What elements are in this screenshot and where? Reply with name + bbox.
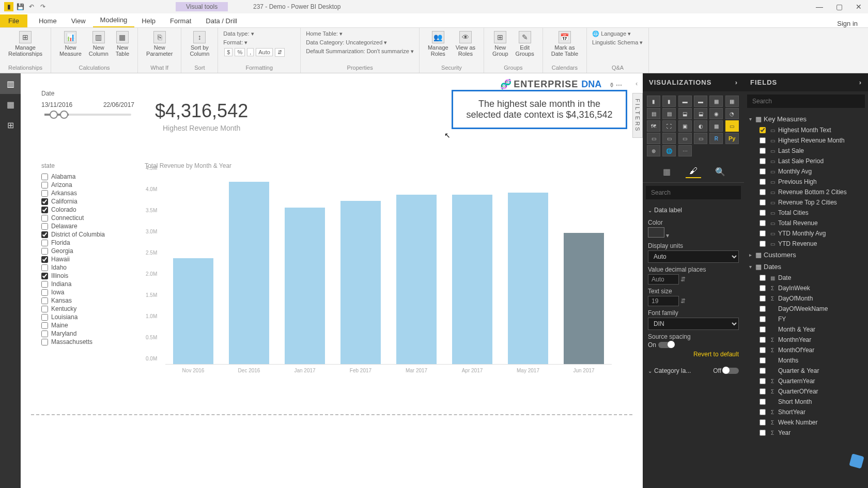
field-checkbox[interactable] <box>760 285 766 291</box>
state-item[interactable]: Illinois <box>41 272 134 280</box>
viz-type-icon[interactable]: ⛶ <box>662 120 676 132</box>
ribbon-button[interactable]: 👁View as Roles <box>453 30 478 58</box>
expand-icon[interactable]: › <box>735 78 738 86</box>
viz-type-icon[interactable]: 🌐 <box>662 145 676 156</box>
bar[interactable] <box>452 195 492 364</box>
field-item[interactable]: ▭Total Cities <box>744 208 868 218</box>
date-slicer[interactable]: Date 13/11/2016 22/06/2017 <box>41 90 134 121</box>
checkbox[interactable] <box>41 297 48 304</box>
viz-type-icon[interactable]: ▭ <box>647 133 660 144</box>
viz-type-icon[interactable]: ⬓ <box>678 108 692 119</box>
mark-date-table-button[interactable]: 📅Mark as Date Table <box>548 30 581 58</box>
field-checkbox[interactable] <box>760 378 766 384</box>
state-item[interactable]: Maine <box>41 321 134 329</box>
state-item[interactable]: Maryland <box>41 329 134 338</box>
slider-handle-to[interactable] <box>60 111 68 119</box>
undo-icon[interactable]: ↶ <box>27 2 36 11</box>
bar[interactable] <box>396 195 437 364</box>
field-checkbox[interactable] <box>760 326 766 333</box>
checkbox[interactable] <box>41 330 48 337</box>
summarization-dropdown[interactable]: Default Summarization: Don't summarize ▾ <box>306 48 414 55</box>
viz-type-icon[interactable]: ⋯ <box>678 145 692 156</box>
bar[interactable] <box>285 208 325 364</box>
field-table[interactable]: ▸ ▦ Customers <box>744 249 868 261</box>
viz-type-icon[interactable]: ▬ <box>694 96 707 107</box>
field-item[interactable]: ΣShortYear <box>744 407 868 417</box>
viz-type-icon[interactable]: ◉ <box>709 108 723 119</box>
state-item[interactable]: Colorado <box>41 206 134 214</box>
display-units-select[interactable]: Auto <box>648 250 739 263</box>
checkbox[interactable] <box>41 289 48 296</box>
report-page[interactable]: 🧬ENTERPRISE DNA ⚱ ⋯ Date 13/11/2016 22/0… <box>31 80 632 415</box>
field-checkbox[interactable] <box>760 137 766 144</box>
state-item[interactable]: Alabama <box>41 172 134 181</box>
menu-modeling[interactable]: Modeling <box>93 13 135 27</box>
field-checkbox[interactable] <box>760 347 766 353</box>
viz-type-icon[interactable]: ▣ <box>678 120 692 132</box>
field-item[interactable]: ΣQuarternYear <box>744 376 868 386</box>
state-item[interactable]: Arkansas <box>41 189 134 197</box>
checkbox[interactable] <box>41 281 48 288</box>
viz-type-icon[interactable]: ▦ <box>709 96 723 107</box>
field-checkbox[interactable] <box>760 306 766 312</box>
checkbox[interactable] <box>41 264 48 271</box>
field-checkbox[interactable] <box>760 409 766 415</box>
field-checkbox[interactable] <box>760 199 766 206</box>
field-item[interactable]: ▭Last Sale <box>744 146 868 156</box>
field-checkbox[interactable] <box>760 179 766 185</box>
field-checkbox[interactable] <box>760 241 766 247</box>
color-swatch[interactable] <box>648 227 664 238</box>
field-checkbox[interactable] <box>760 158 766 164</box>
viz-type-icon[interactable]: R <box>709 133 723 144</box>
field-item[interactable]: ▭Highest Month Text <box>744 125 868 135</box>
viz-type-icon[interactable]: ◐ <box>694 120 707 132</box>
redo-icon[interactable]: ↷ <box>38 2 48 11</box>
checkbox[interactable] <box>41 240 48 246</box>
field-item[interactable]: ▭Highest Revenue Month <box>744 135 868 146</box>
field-item[interactable]: ΣYear <box>744 428 868 438</box>
slider-handle-from[interactable] <box>50 111 58 119</box>
ribbon-button[interactable]: 👥Manage Roles <box>425 30 452 58</box>
ribbon-button[interactable]: ✎Edit Groups <box>513 30 537 58</box>
bar[interactable] <box>564 233 604 364</box>
field-item[interactable]: ΣMonthOfYear <box>744 345 868 355</box>
language-dropdown[interactable]: 🌐 Language ▾ <box>592 30 631 38</box>
analytics-tab-icon[interactable]: 🔍 <box>712 165 728 178</box>
report-view-icon[interactable]: ▥ <box>0 73 21 94</box>
viz-type-icon[interactable]: ▤ <box>662 108 676 119</box>
field-item[interactable]: ΣDayOfMonth <box>744 293 868 304</box>
state-slicer[interactable]: state AlabamaArizonaArkansasCaliforniaCo… <box>41 162 134 346</box>
menu-view[interactable]: View <box>64 14 93 27</box>
format-tab-icon[interactable]: 🖌 <box>686 165 701 178</box>
sort-by-column-button[interactable]: ↕Sort by Column <box>187 30 212 58</box>
viz-type-icon[interactable]: 🗺 <box>647 120 660 132</box>
fields-search-input[interactable] <box>747 95 865 108</box>
ribbon-button[interactable]: ▥New Column <box>86 30 112 58</box>
checkbox[interactable] <box>41 256 48 263</box>
checkbox[interactable] <box>41 273 48 279</box>
viz-type-icon[interactable]: ▤ <box>647 108 660 119</box>
visual-options-icon[interactable]: ⚱ ⋯ <box>609 82 622 89</box>
viz-type-icon[interactable]: ⊕ <box>647 145 660 156</box>
field-item[interactable]: ▭YTD Monthly Avg <box>744 228 868 239</box>
checkbox[interactable] <box>41 215 48 222</box>
menu-format[interactable]: Format <box>163 14 198 27</box>
state-item[interactable]: California <box>41 197 134 206</box>
fields-tab-icon[interactable]: ▦ <box>659 165 674 178</box>
expand-icon[interactable]: › <box>859 78 862 86</box>
viz-type-icon[interactable]: ▮ <box>647 96 660 107</box>
field-checkbox[interactable] <box>760 148 766 154</box>
field-item[interactable]: ▭Previous High <box>744 177 868 187</box>
revert-to-default-link[interactable]: Revert to default <box>648 349 739 360</box>
checkbox[interactable] <box>41 231 48 238</box>
filters-collapsed-tab[interactable]: FILTERS <box>632 93 643 138</box>
checkbox[interactable] <box>41 198 48 205</box>
file-menu[interactable]: File <box>0 14 27 27</box>
field-item[interactable]: DayOfWeekName <box>744 304 868 314</box>
viz-type-icon[interactable]: ▮ <box>662 96 676 107</box>
state-item[interactable]: Idaho <box>41 263 134 272</box>
checkbox[interactable] <box>41 306 48 312</box>
checkbox[interactable] <box>41 182 48 188</box>
decimal-places-input[interactable] <box>648 274 679 285</box>
state-item[interactable]: Connecticut <box>41 214 134 222</box>
